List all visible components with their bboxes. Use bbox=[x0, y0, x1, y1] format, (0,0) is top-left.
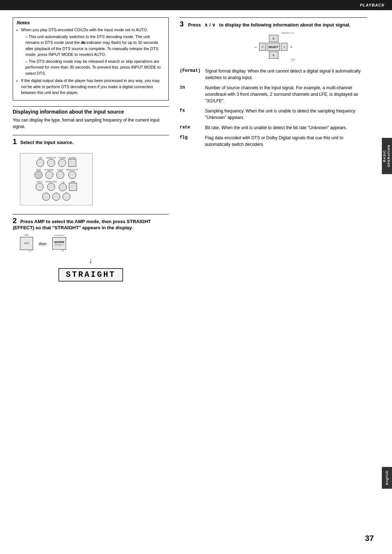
signal-key-fs: fs bbox=[180, 108, 205, 113]
nav-pad: PRESET CH ∧ – ＜ SELECT ＞ + ∨ bbox=[252, 32, 295, 63]
vcr1-btn-unit: VCR 1 bbox=[36, 180, 44, 191]
signal-key-rate: rate bbox=[180, 124, 205, 130]
note-item-1: When you play DTS-encoded CD/LDs with th… bbox=[21, 27, 165, 76]
step2-number: 2 bbox=[13, 217, 17, 225]
tuner-btn-unit: TUNER bbox=[58, 156, 66, 167]
straight-display-container: STRAIGHT bbox=[13, 267, 169, 283]
vaux-btn-unit: V-AUX bbox=[56, 168, 64, 179]
signal-val-in: Number of source channels in the input s… bbox=[205, 85, 367, 104]
signal-val-format: Signal format display. When the unit can… bbox=[205, 68, 367, 81]
vcr1-btn bbox=[36, 183, 44, 191]
amp-button-diagram: AMP AMP ☞ bbox=[20, 234, 33, 254]
btn-row-2: DVD DTV/CBL V-AUX bbox=[23, 168, 89, 179]
tuner-btn bbox=[58, 159, 66, 167]
page-number: 37 bbox=[365, 534, 374, 543]
step2-divider bbox=[13, 214, 169, 214]
top-bar: PLAYBACK bbox=[0, 0, 392, 10]
signal-val-fs: Sampling frequency. When the unit is una… bbox=[205, 108, 367, 121]
signal-val-rate: Bit rate. When the unit is unable to det… bbox=[205, 124, 367, 131]
mdcdr-btn-unit: MD/CD-R bbox=[46, 156, 56, 167]
note-subitem-1-1: This unit automatically switches to the … bbox=[21, 34, 165, 58]
english-tab: English bbox=[382, 467, 392, 489]
nav-down-btn: ∨ bbox=[269, 52, 278, 59]
basic-op-label: BASICOPERATION bbox=[383, 145, 391, 167]
dvr-btn-unit: DVR/VCR2 bbox=[46, 180, 57, 191]
empty-btn2 bbox=[52, 193, 60, 201]
signal-val-flg: Flag data encoded with DTS or Dolby Digi… bbox=[205, 135, 367, 148]
signal-row-fs: fs Sampling frequency. When the unit is … bbox=[180, 108, 367, 121]
step-1: 1 Select the input source. CD MD/CD-R bbox=[13, 138, 169, 209]
enter-sub-label: EFFECT bbox=[55, 244, 64, 246]
vaux-btn bbox=[56, 171, 64, 179]
btn-row-3: VCR 1 DVR/VCR2 ☆★ bbox=[23, 180, 89, 191]
bdld-btn bbox=[68, 171, 76, 179]
sleep-btn-unit: SLEEP bbox=[68, 156, 76, 167]
btn-row-1: CD MD/CD-R TUNER bbox=[23, 156, 89, 167]
nav-select-btn: SELECT bbox=[267, 43, 280, 51]
two-column-layout: Notes When you play DTS-encoded CD/LDs w… bbox=[13, 17, 367, 288]
step1-label: Select the input source. bbox=[20, 140, 74, 145]
signal-key-in: in bbox=[180, 85, 205, 90]
signal-row-format: (Format) Signal format display. When the… bbox=[180, 68, 367, 81]
nav-left-btn: ＜ bbox=[259, 43, 266, 51]
signal-key-format: (Format) bbox=[180, 68, 205, 73]
step3-rest-label: to display the following information abo… bbox=[218, 22, 350, 28]
step2-label: Press AMP to select the AMP mode, then p… bbox=[13, 219, 151, 230]
note-subitem-1-2: The DTS decoding mode may be released if… bbox=[21, 58, 165, 77]
step3-block: 3 Press ∧ / ∨ to display the following i… bbox=[180, 17, 367, 63]
right-column: 3 Press ∧ / ∨ to display the following i… bbox=[180, 17, 367, 288]
signal-key-flg: flg bbox=[180, 135, 205, 140]
amp-box: AMP bbox=[20, 237, 33, 250]
step1-divider bbox=[13, 135, 169, 135]
enter-box: ENTER EFFECT bbox=[52, 237, 66, 250]
mdcdr-btn bbox=[47, 159, 55, 167]
minus-label: – bbox=[255, 45, 257, 49]
arrow-down: ↓ bbox=[13, 256, 169, 265]
dtvcbl-btn bbox=[45, 171, 53, 179]
nav-up-row: ∧ bbox=[252, 35, 295, 42]
notes-title: Notes bbox=[17, 20, 165, 25]
nav-right-btn: ＞ bbox=[281, 43, 287, 51]
sleep-btn bbox=[68, 159, 76, 167]
star-btn bbox=[59, 183, 67, 191]
displaying-heading: Displaying information about the input s… bbox=[13, 109, 169, 115]
plus-label: + bbox=[290, 45, 292, 49]
then-label: then bbox=[39, 242, 46, 246]
step1-button-panel: CD MD/CD-R TUNER bbox=[20, 149, 169, 209]
step-2: 2 Press AMP to select the AMP mode, then… bbox=[13, 217, 169, 283]
signal-row-in: in Number of source channels in the inpu… bbox=[180, 85, 367, 104]
straight-display: STRAIGHT bbox=[58, 268, 123, 282]
nav-middle-row: – ＜ SELECT ＞ + bbox=[252, 43, 295, 51]
step1-number: 1 bbox=[13, 138, 17, 145]
amp-btn2 bbox=[69, 183, 77, 191]
step3-chevron-label: ∧ / ∨ bbox=[203, 22, 216, 28]
step3-number: 3 bbox=[180, 20, 184, 28]
main-content: Notes When you play DTS-encoded CD/LDs w… bbox=[0, 10, 382, 295]
dvd-btn-unit: DVD bbox=[34, 168, 42, 179]
section-label: PLAYBACK bbox=[360, 3, 385, 7]
dtvcbl-btn-unit: DTV/CBL bbox=[45, 168, 54, 179]
enter-main-label: ENTER bbox=[54, 241, 64, 244]
enter-button-diagram: STRAIGHT ENTER EFFECT ☞ bbox=[52, 234, 66, 253]
input-buttons: CD MD/CD-R TUNER bbox=[20, 153, 93, 205]
star-btn-unit: ☆★ bbox=[59, 180, 67, 191]
cd-btn bbox=[36, 159, 44, 167]
dvd-btn bbox=[34, 171, 42, 179]
note-item-2: If the digital output data of the player… bbox=[21, 78, 165, 96]
dvr-btn bbox=[47, 183, 55, 191]
bdld-btn-unit: BD/LD DI III bbox=[66, 168, 78, 179]
left-column: Notes When you play DTS-encoded CD/LDs w… bbox=[13, 17, 169, 288]
amp-btn2-unit: AMP bbox=[69, 180, 77, 191]
straight-top-label: STRAIGHT bbox=[54, 234, 65, 237]
empty-btn3 bbox=[62, 193, 70, 201]
displaying-body: You can display the type, format and sam… bbox=[13, 117, 169, 130]
notes-box: Notes When you play DTS-encoded CD/LDs w… bbox=[13, 17, 169, 100]
english-label: English bbox=[385, 471, 389, 485]
signal-table: (Format) Signal format display. When the… bbox=[180, 68, 367, 148]
basic-operation-tab: BASICOPERATION bbox=[382, 138, 392, 174]
step2-diagram: AMP AMP ☞ then STRAIGHT ENTER EFFECT bbox=[20, 234, 169, 254]
preset-label: PRESET CH bbox=[252, 32, 295, 34]
btn-row-4 bbox=[23, 193, 89, 201]
empty-btn1 bbox=[42, 193, 50, 201]
signal-row-rate: rate Bit rate. When the unit is unable t… bbox=[180, 124, 367, 131]
